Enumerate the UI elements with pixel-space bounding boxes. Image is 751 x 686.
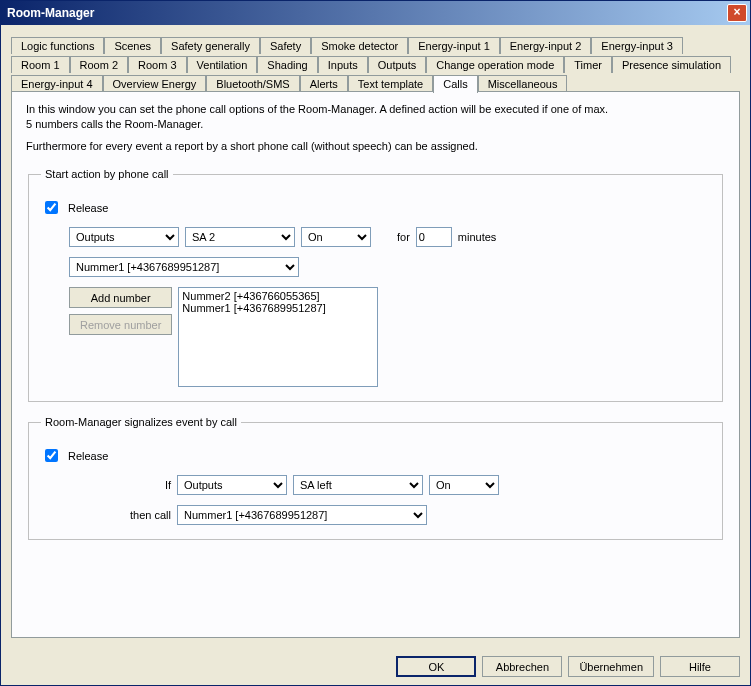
- tab-safety-generally[interactable]: Safety generally: [161, 37, 260, 54]
- for-label: for: [397, 231, 410, 243]
- tab-text-template[interactable]: Text template: [348, 75, 433, 92]
- numbers-listbox[interactable]: Nummer2 [+436766055365]Nummer1 [+4367689…: [178, 287, 378, 387]
- tab-change-operation-mode[interactable]: Change operation mode: [426, 56, 564, 73]
- tab-panel-calls: In this window you can set the phone cal…: [11, 91, 740, 638]
- tab-room-2[interactable]: Room 2: [70, 56, 129, 73]
- target-state-select[interactable]: On: [301, 227, 371, 247]
- release-checkbox-1[interactable]: [45, 201, 58, 214]
- content-area: Logic functionsScenesSafety generallySaf…: [1, 25, 750, 648]
- tab-miscellaneous[interactable]: Miscellaneous: [478, 75, 568, 92]
- close-icon[interactable]: ×: [727, 4, 747, 22]
- cond-channel-select[interactable]: SA left: [293, 475, 423, 495]
- list-item[interactable]: Nummer1 [+4367689951287]: [181, 302, 375, 314]
- help-button[interactable]: Hilfe: [660, 656, 740, 677]
- tab-smoke-detector[interactable]: Smoke detector: [311, 37, 408, 54]
- cancel-button[interactable]: Abbrechen: [482, 656, 562, 677]
- then-number-select[interactable]: Nummer1 [+4367689951287]: [177, 505, 427, 525]
- list-item[interactable]: Nummer2 [+436766055365]: [181, 290, 375, 302]
- tab-room-1[interactable]: Room 1: [11, 56, 70, 73]
- titlebar: Room-Manager ×: [1, 1, 750, 25]
- tab-presence-simulation[interactable]: Presence simulation: [612, 56, 731, 73]
- target-channel-select[interactable]: SA 2: [185, 227, 295, 247]
- group-signalize-event-legend: Room-Manager signalizes event by call: [41, 416, 241, 428]
- tab-shading[interactable]: Shading: [257, 56, 317, 73]
- remove-number-button: Remove number: [69, 314, 172, 335]
- tab-strip: Logic functionsScenesSafety generallySaf…: [11, 35, 740, 92]
- tab-energy-input-2[interactable]: Energy-input 2: [500, 37, 592, 54]
- tab-logic-functions[interactable]: Logic functions: [11, 37, 104, 54]
- tab-alerts[interactable]: Alerts: [300, 75, 348, 92]
- tab-energy-input-1[interactable]: Energy-input 1: [408, 37, 500, 54]
- dialog-button-bar: OK Abbrechen Übernehmen Hilfe: [1, 648, 750, 685]
- add-number-button[interactable]: Add number: [69, 287, 172, 308]
- tab-energy-input-4[interactable]: Energy-input 4: [11, 75, 103, 92]
- tab-ventilation[interactable]: Ventilation: [187, 56, 258, 73]
- tab-calls[interactable]: Calls: [433, 75, 477, 93]
- group-start-action: Start action by phone call Release Outpu…: [28, 168, 723, 402]
- description-text: In this window you can set the phone cal…: [26, 102, 725, 133]
- cond-state-select[interactable]: On: [429, 475, 499, 495]
- target-type-select[interactable]: Outputs: [69, 227, 179, 247]
- group-start-action-legend: Start action by phone call: [41, 168, 173, 180]
- tab-scenes[interactable]: Scenes: [104, 37, 161, 54]
- tab-room-3[interactable]: Room 3: [128, 56, 187, 73]
- tab-inputs[interactable]: Inputs: [318, 56, 368, 73]
- if-label: If: [41, 479, 171, 491]
- release-label-2[interactable]: Release: [68, 450, 108, 462]
- release-checkbox-2[interactable]: [45, 449, 58, 462]
- tab-bluetooth-sms[interactable]: Bluetooth/SMS: [206, 75, 299, 92]
- tab-overview-energy[interactable]: Overview Energy: [103, 75, 207, 92]
- release-label-1[interactable]: Release: [68, 202, 108, 214]
- minutes-input[interactable]: [416, 227, 452, 247]
- ok-button[interactable]: OK: [396, 656, 476, 677]
- group-signalize-event: Room-Manager signalizes event by call Re…: [28, 416, 723, 540]
- cond-type-select[interactable]: Outputs: [177, 475, 287, 495]
- tab-outputs[interactable]: Outputs: [368, 56, 427, 73]
- description-text-2: Furthermore for every event a report by …: [26, 139, 725, 154]
- tab-timer[interactable]: Timer: [564, 56, 612, 73]
- dialog-window: Room-Manager × Logic functionsScenesSafe…: [0, 0, 751, 686]
- tab-energy-input-3[interactable]: Energy-input 3: [591, 37, 683, 54]
- minutes-label: minutes: [458, 231, 497, 243]
- then-call-label: then call: [41, 509, 171, 521]
- window-title: Room-Manager: [7, 6, 727, 20]
- number-select[interactable]: Nummer1 [+4367689951287]: [69, 257, 299, 277]
- apply-button[interactable]: Übernehmen: [568, 656, 654, 677]
- tab-safety[interactable]: Safety: [260, 37, 311, 54]
